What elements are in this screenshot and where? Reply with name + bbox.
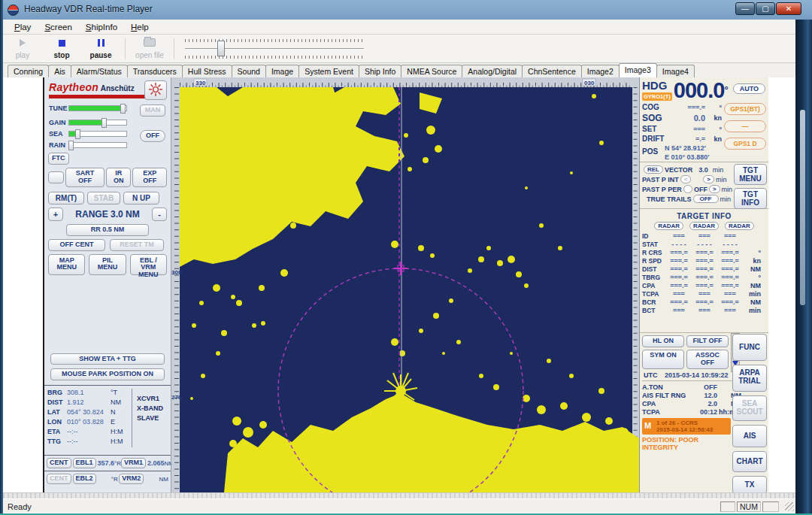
resettm-button[interactable]: RESET TM <box>110 239 164 251</box>
map-menu-button[interactable]: MAP MENU <box>48 254 85 275</box>
ais-button[interactable]: AIS <box>732 425 767 447</box>
tab-hull-stress[interactable]: Hull Stress <box>182 65 232 77</box>
range-plus-button[interactable]: + <box>48 208 63 221</box>
tx-button[interactable]: TX <box>732 476 767 492</box>
tab-nmea-source[interactable]: NMEA Source <box>401 65 462 77</box>
tab-ship-info[interactable]: Ship Info <box>359 65 401 77</box>
nup-button[interactable]: N UP <box>123 192 159 204</box>
tgt-info-button[interactable]: TGT INFO <box>734 188 767 209</box>
offcent-button[interactable]: OFF CENT <box>48 239 105 251</box>
horizontal-scrollbar[interactable] <box>3 492 795 498</box>
open-file-button[interactable]: open file <box>130 38 169 59</box>
vrm1-button[interactable]: VRM1 <box>121 458 146 468</box>
arpa-trial-button[interactable]: ARPA TRIAL <box>732 365 767 392</box>
tab-image2[interactable]: Image2 <box>581 65 620 77</box>
stab-button[interactable]: STAB <box>87 192 120 204</box>
menu-screen[interactable]: Screen <box>38 21 78 33</box>
vrm2-button[interactable]: VRM2 <box>119 474 144 484</box>
alarm-counter: 1 of 26 - CCRS <box>656 420 729 426</box>
radar-ppi-display[interactable]: 330 030 300 270 <box>171 77 639 492</box>
sea-scout-button[interactable]: SEA SCOUT <box>732 395 767 421</box>
true-trails-button[interactable]: OFF <box>693 195 719 203</box>
show-eta-button[interactable]: SHOW ETA + TTG <box>50 353 165 365</box>
window-title: Headway VDR Real-time Player <box>24 4 153 14</box>
tab-ais[interactable]: Ais <box>48 65 71 77</box>
tab-analog-digital[interactable]: Analog/Digital <box>462 65 523 77</box>
tab-image[interactable]: Image <box>265 65 299 77</box>
off-button[interactable]: OFF <box>140 130 165 142</box>
ftc-button[interactable]: FTC <box>48 153 69 165</box>
num-lock-indicator: NUM <box>737 501 761 512</box>
past-int-inc-button[interactable]: > <box>703 175 714 183</box>
toolbar-separator <box>125 38 126 59</box>
radar2-button[interactable]: RADAR <box>689 222 719 230</box>
tab-sound[interactable]: Sound <box>232 65 266 77</box>
filt-button[interactable]: FILT OFF <box>686 335 729 347</box>
hl-button[interactable]: HL ON <box>642 335 684 347</box>
play-button[interactable]: play <box>3 38 42 59</box>
pause-button[interactable]: pause <box>81 38 120 59</box>
sea-slider[interactable]: SEA <box>49 130 138 138</box>
vrm2-unit: NM <box>159 476 168 483</box>
gps1bt-button[interactable]: GPS1(BT) <box>724 103 766 115</box>
rm-button[interactable]: RM(T) <box>48 192 84 204</box>
tune-slider[interactable]: TUNE <box>49 105 138 112</box>
menu-shipinfo[interactable]: ShipInfo <box>79 21 124 33</box>
title-bar[interactable]: Headway VDR Real-time Player — ▢ ✕ <box>0 0 812 20</box>
slider-track[interactable] <box>185 48 364 50</box>
source-dash-button[interactable]: — <box>724 120 766 132</box>
past-per-dec-button[interactable] <box>683 185 692 193</box>
minimize-button[interactable]: — <box>735 2 755 15</box>
pil-menu-button[interactable]: PIL MENU <box>89 254 126 275</box>
past-int-dec-button[interactable]: < <box>680 175 692 183</box>
maximize-button[interactable]: ▢ <box>756 2 775 15</box>
tab-conning[interactable]: Conning <box>8 65 49 77</box>
tab-image3[interactable]: Image3 <box>619 63 657 77</box>
rel-button[interactable]: REL <box>644 165 663 174</box>
range-rings-button[interactable]: RR 0.5 NM <box>66 224 149 236</box>
tab-system-event[interactable]: System Event <box>298 65 359 77</box>
gain-slider[interactable]: GAIN <box>49 119 138 126</box>
target-row: TCPA=========min <box>642 290 766 298</box>
unlabeled-button[interactable] <box>48 171 64 183</box>
ebl2-button[interactable]: EBL2 <box>73 474 96 484</box>
man-button[interactable]: MAN <box>140 105 165 117</box>
resize-grip[interactable] <box>785 502 794 511</box>
ebl-vrm-menu-button[interactable]: EBL / VRM MENU <box>130 254 167 275</box>
mouse-park-button[interactable]: MOUSE PARK POSITION ON <box>50 368 165 380</box>
assoc-button[interactable]: ASSOC OFF <box>686 350 729 369</box>
range-minus-button[interactable]: - <box>152 208 167 221</box>
close-button[interactable]: ✕ <box>776 2 801 15</box>
tab-alarm-status[interactable]: Alarm/Status <box>71 65 128 77</box>
open-file-icon <box>130 38 169 50</box>
tab-chnsentence[interactable]: ChnSentence <box>522 65 582 77</box>
cent2-button[interactable]: CENT <box>47 474 71 484</box>
ir-button[interactable]: IR ON <box>106 168 131 187</box>
antenna-button[interactable] <box>144 80 167 100</box>
gps1d-button[interactable]: GPS1 D <box>724 138 766 150</box>
status-cell <box>762 501 779 512</box>
menu-play[interactable]: Play <box>8 21 38 33</box>
rain-slider[interactable]: RAIN <box>49 141 138 149</box>
radar3-button[interactable]: RADAR <box>725 222 754 230</box>
past-per-inc-button[interactable]: > <box>709 185 720 193</box>
cent1-button[interactable]: CENT <box>47 458 71 468</box>
tgt-menu-button[interactable]: TGT MENU <box>734 164 767 185</box>
alarm-message-box[interactable]: M 1 of 26 - CCRS 2015-03-14 12:58:43 <box>642 418 731 435</box>
tab-transducers[interactable]: Transducers <box>127 65 183 77</box>
alarm-badge: M <box>644 421 651 430</box>
menu-bar: Play Screen ShipInfo Help <box>3 20 795 35</box>
auto-button[interactable]: AUTO <box>733 83 765 94</box>
menu-help[interactable]: Help <box>124 21 156 33</box>
chart-button[interactable]: CHART <box>732 451 767 472</box>
tab-image4[interactable]: Image4 <box>656 65 695 77</box>
playback-slider[interactable] <box>185 38 364 60</box>
slider-thumb[interactable] <box>217 41 225 56</box>
radar1-button[interactable]: RADAR <box>654 222 683 230</box>
sart-button[interactable]: SART OFF <box>65 168 105 187</box>
exp-button[interactable]: EXP OFF <box>132 168 167 187</box>
ebl1-button[interactable]: EBL1 <box>73 458 96 468</box>
sym-button[interactable]: SYM ON <box>642 350 684 369</box>
stop-button[interactable]: stop <box>42 38 81 59</box>
func-button[interactable]: FUNC <box>732 334 767 361</box>
